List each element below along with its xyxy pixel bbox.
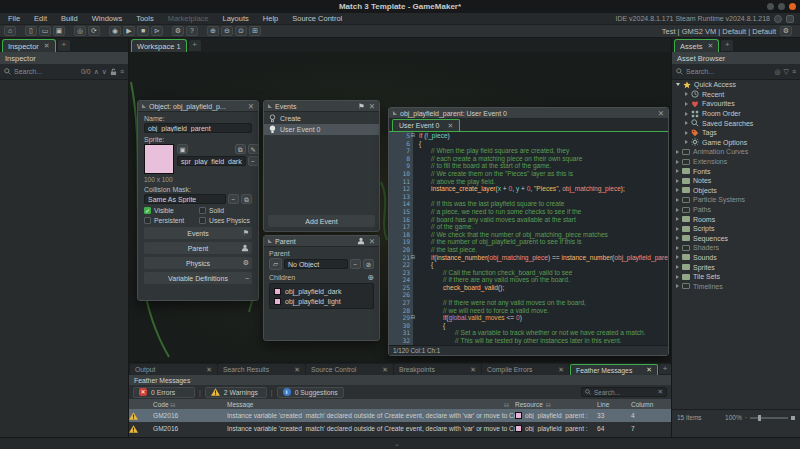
child-item[interactable]: obj_playfield_dark (270, 286, 373, 296)
menu-icon[interactable]: ≡ (120, 68, 124, 75)
tab-output[interactable]: Output✕ (130, 364, 217, 375)
help-icon[interactable]: ? (186, 26, 198, 36)
new-workspace-button[interactable]: + (189, 40, 201, 51)
menu-tools[interactable]: Tools (136, 14, 154, 23)
close-icon[interactable]: ✕ (294, 366, 300, 374)
tree-node-fonts[interactable]: Fonts (672, 166, 800, 176)
zoom-out-icon[interactable]: ⊖ (221, 26, 233, 36)
tree-node-notes[interactable]: Notes (672, 176, 800, 186)
checkbox-uses-physics[interactable]: Uses Physics (199, 217, 252, 224)
new-tab-button[interactable]: + (58, 40, 70, 51)
zoom-actual-icon[interactable]: ⊙ (235, 26, 247, 36)
gear-icon[interactable]: ⚙ (172, 26, 184, 36)
target-icon[interactable]: ◎ (74, 26, 86, 36)
sort-icon[interactable]: ⊟ (504, 401, 509, 408)
events-button[interactable]: Events⚑ (144, 227, 252, 239)
collision-edit-icon[interactable]: ⧉ (241, 194, 252, 204)
parent-object-field[interactable]: No Object (284, 259, 348, 269)
minimize-button[interactable] (767, 3, 774, 10)
sort-icon[interactable]: ⊟ (546, 401, 551, 408)
menu-file[interactable]: File (8, 14, 20, 23)
close-icon[interactable]: ✕ (646, 366, 652, 374)
new-icon[interactable]: ▯ (25, 26, 37, 36)
line-number-gutter[interactable]: 5⊟6789101112131415161718192021⊟222324252… (389, 132, 413, 345)
object-editor-window[interactable]: Object: obj_playfield_p...✕ Name: obj_pl… (137, 100, 259, 301)
tree-node-tile-sets[interactable]: Tile Sets (672, 272, 800, 282)
close-button[interactable] (789, 3, 796, 10)
close-icon[interactable]: ✕ (206, 366, 212, 374)
event-item-user-event-0[interactable]: User Event 0 (264, 124, 379, 135)
window-grip-icon[interactable] (393, 111, 397, 115)
close-icon[interactable]: ✕ (558, 366, 564, 374)
errors-filter-button[interactable]: ✕ 0 Errors (133, 387, 195, 398)
close-icon[interactable]: ✕ (447, 122, 453, 130)
tab-breakpoints[interactable]: Breakpoints✕ (394, 364, 481, 375)
tab-inspector[interactable]: Inspector ✕ (2, 39, 56, 52)
workspace-canvas[interactable]: Object: obj_playfield_p...✕ Name: obj_pl… (129, 52, 671, 362)
bottom-collapse-strip[interactable]: ⌄ (0, 437, 800, 449)
tree-node-sounds[interactable]: Sounds (672, 253, 800, 263)
sort-icon[interactable]: ⊟ (170, 401, 175, 408)
tree-node-sprites[interactable]: Sprites (672, 262, 800, 272)
tree-node-quick-access[interactable]: Quick Access (672, 80, 800, 90)
tree-node-shaders[interactable]: Shaders (672, 243, 800, 253)
tree-node-paths[interactable]: Paths (672, 205, 800, 215)
search-prev-icon[interactable]: ∧ (94, 68, 99, 76)
search-next-icon[interactable]: ∨ (102, 68, 107, 76)
home-icon[interactable]: ⌂ (4, 26, 16, 36)
fold-icon[interactable]: ⊟ (410, 314, 415, 320)
tab-assets[interactable]: Assets ✕ (674, 39, 719, 52)
checkbox-persistent[interactable]: Persistent (144, 217, 197, 224)
tree-node-saved-searches[interactable]: Saved Searches (672, 118, 800, 128)
asset-search-input[interactable]: Search... (686, 68, 771, 75)
tree-node-animation-curves[interactable]: Animation Curves (672, 147, 800, 157)
object-icon[interactable]: ▱ (269, 258, 282, 270)
close-icon[interactable]: ✕ (708, 42, 714, 50)
warnings-filter-button[interactable]: 2 Warnings (205, 387, 267, 398)
close-icon[interactable]: ✕ (658, 109, 664, 118)
stop-icon[interactable]: ■ (137, 26, 149, 36)
zoom-in-icon[interactable]: ⊕ (207, 26, 219, 36)
account-icon[interactable] (774, 15, 782, 23)
sprite-preview[interactable] (144, 144, 174, 174)
sprite-name-field[interactable]: spr_play_field_dark (177, 156, 246, 166)
tab-search-results[interactable]: Search Results✕ (218, 364, 305, 375)
collision-clear-button[interactable]: − (228, 194, 239, 204)
menu-edit[interactable]: Edit (34, 14, 47, 23)
debug-icon[interactable]: ◉ (109, 26, 121, 36)
variable-definitions-button[interactable]: Variable Definitions− (144, 272, 252, 284)
tree-node-rooms[interactable]: Rooms (672, 214, 800, 224)
tree-node-room-order[interactable]: Room Order (672, 109, 800, 119)
code-editor-window[interactable]: obj_playfield_parent: User Event 0✕ User… (388, 107, 669, 356)
child-item[interactable]: obj_playfield_light (270, 296, 373, 306)
checkbox-visible[interactable]: ✓Visible (144, 207, 197, 214)
close-icon[interactable]: ✕ (44, 42, 50, 50)
zoom-slider[interactable] (750, 417, 788, 419)
fold-icon[interactable]: ⊟ (410, 132, 415, 138)
open-icon[interactable]: ▭ (39, 26, 51, 36)
edit-image-icon[interactable]: ⧉ (235, 144, 246, 154)
feather-message-row[interactable]: GM2016Instance variable 'created_match' … (129, 409, 671, 422)
parent-edit-icon[interactable]: ⊘ (363, 259, 374, 269)
save-icon[interactable]: ▣ (53, 26, 65, 36)
physics-button[interactable]: Physics⚙ (144, 257, 252, 269)
grid-icon[interactable]: ⊞ (249, 26, 261, 36)
menu-layouts[interactable]: Layouts (223, 14, 249, 23)
tree-node-tags[interactable]: Tags (672, 128, 800, 138)
menu-windows[interactable]: Windows (92, 14, 122, 23)
feedback-icon[interactable] (786, 15, 794, 23)
edit-sprite-icon[interactable]: ✎ (248, 144, 259, 154)
zoom-out-icon[interactable]: · (745, 414, 747, 421)
refresh-icon[interactable]: ⟳ (88, 26, 100, 36)
events-window[interactable]: Events ⚑ ✕ CreateUser Event 0 Add Event (263, 100, 380, 232)
target-settings-gear-icon[interactable]: ⚙ (780, 26, 792, 36)
tree-node-particle-systems[interactable]: Particle Systems (672, 195, 800, 205)
parent-button[interactable]: Parent (144, 242, 252, 254)
tree-node-objects[interactable]: Objects (672, 186, 800, 196)
new-output-tab-button[interactable]: + (659, 364, 671, 374)
zoom-in-icon[interactable] (791, 416, 795, 420)
collision-mask-field[interactable]: Same As Sprite (144, 194, 226, 204)
add-child-icon[interactable]: ⊕ (367, 273, 374, 282)
new-tab-button[interactable]: + (721, 40, 733, 51)
tab-feather-messages[interactable]: Feather Messages✕ (570, 364, 658, 375)
